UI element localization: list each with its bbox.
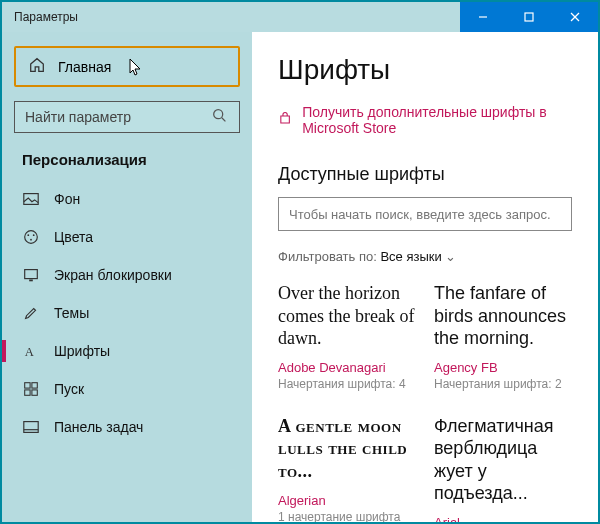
start-icon: [22, 380, 40, 398]
svg-rect-6: [24, 194, 38, 205]
font-card[interactable]: Флегматичная верблюдица жует у подъезда.…: [434, 411, 572, 522]
filter-label: Фильтровать по:: [278, 249, 377, 264]
search-box[interactable]: [14, 101, 240, 133]
svg-rect-15: [32, 383, 37, 388]
font-count: Начертания шрифта: 2: [434, 377, 572, 393]
filter-row[interactable]: Фильтровать по: Все языки ⌄: [278, 249, 572, 264]
svg-rect-18: [24, 422, 38, 433]
lockscreen-icon: [22, 266, 40, 284]
svg-rect-14: [25, 383, 30, 388]
sidebar-item-themes[interactable]: Темы: [2, 294, 252, 332]
window-buttons: [460, 2, 598, 32]
window-title: Параметры: [14, 10, 78, 24]
sidebar-item-label: Экран блокировки: [54, 267, 172, 283]
font-card[interactable]: A gentle moon lulls the child to... Alge…: [278, 411, 416, 522]
svg-rect-16: [25, 390, 30, 395]
font-search-placeholder: Чтобы начать поиск, введите здесь запрос…: [289, 207, 551, 222]
home-button[interactable]: Главная: [14, 46, 240, 87]
sidebar-item-start[interactable]: Пуск: [2, 370, 252, 408]
maximize-button[interactable]: [506, 2, 552, 32]
taskbar-icon: [22, 418, 40, 436]
sidebar-item-colors[interactable]: Цвета: [2, 218, 252, 256]
svg-point-9: [33, 234, 35, 236]
sidebar-item-background[interactable]: Фон: [2, 180, 252, 218]
sidebar-item-label: Фон: [54, 191, 80, 207]
picture-icon: [22, 190, 40, 208]
titlebar: Параметры: [2, 2, 598, 32]
home-label: Главная: [58, 59, 111, 75]
svg-rect-1: [525, 13, 533, 21]
font-sample: Флегматичная верблюдица жует у подъезда.…: [434, 415, 572, 505]
font-sample: The fanfare of birds announces the morni…: [434, 282, 572, 350]
font-count: Начертания шрифта: 4: [278, 377, 416, 393]
settings-window: Параметры Главная: [0, 0, 600, 524]
store-link[interactable]: Получить дополнительные шрифты в Microso…: [278, 104, 572, 136]
search-icon: [211, 107, 229, 128]
sidebar-item-label: Шрифты: [54, 343, 110, 359]
font-count: 1 начертание шрифта: [278, 510, 416, 522]
body: Главная Персонализация Фон Цвета: [2, 32, 598, 522]
font-icon: A: [22, 342, 40, 360]
brush-icon: [22, 304, 40, 322]
sidebar-item-label: Темы: [54, 305, 89, 321]
search-input[interactable]: [25, 109, 211, 125]
font-sample: A gentle moon lulls the child to...: [278, 415, 416, 483]
svg-rect-17: [32, 390, 37, 395]
font-search-input[interactable]: Чтобы начать поиск, введите здесь запрос…: [278, 197, 572, 231]
svg-line-5: [222, 117, 226, 121]
sidebar: Главная Персонализация Фон Цвета: [2, 32, 252, 522]
section-title: Персонализация: [2, 151, 252, 180]
font-sample: Over the horizon comes the break of dawn…: [278, 282, 416, 350]
font-name: Arial: [434, 515, 572, 522]
svg-rect-12: [29, 280, 33, 282]
palette-icon: [22, 228, 40, 246]
svg-rect-11: [25, 270, 38, 279]
cursor-icon: [129, 58, 143, 79]
available-fonts-heading: Доступные шрифты: [278, 164, 572, 185]
main-pane: Шрифты Получить дополнительные шрифты в …: [252, 32, 598, 522]
svg-point-4: [214, 109, 223, 118]
sidebar-item-label: Цвета: [54, 229, 93, 245]
font-name: Agency FB: [434, 360, 572, 375]
sidebar-item-lockscreen[interactable]: Экран блокировки: [2, 256, 252, 294]
store-icon: [278, 111, 292, 129]
sidebar-item-fonts[interactable]: A Шрифты: [2, 332, 252, 370]
store-link-label: Получить дополнительные шрифты в Microso…: [302, 104, 572, 136]
svg-point-8: [27, 234, 29, 236]
svg-point-7: [25, 231, 38, 244]
chevron-down-icon: ⌄: [445, 249, 456, 264]
font-name: Algerian: [278, 493, 416, 508]
font-grid: Over the horizon comes the break of dawn…: [278, 278, 572, 522]
font-card[interactable]: Over the horizon comes the break of dawn…: [278, 278, 416, 407]
sidebar-item-label: Панель задач: [54, 419, 143, 435]
font-name: Adobe Devanagari: [278, 360, 416, 375]
minimize-button[interactable]: [460, 2, 506, 32]
svg-text:A: A: [25, 345, 34, 359]
sidebar-item-label: Пуск: [54, 381, 84, 397]
font-card[interactable]: The fanfare of birds announces the morni…: [434, 278, 572, 407]
filter-value: Все языки: [380, 249, 441, 264]
close-button[interactable]: [552, 2, 598, 32]
page-title: Шрифты: [278, 54, 572, 86]
svg-point-10: [30, 239, 32, 241]
home-icon: [28, 56, 46, 77]
sidebar-item-taskbar[interactable]: Панель задач: [2, 408, 252, 446]
